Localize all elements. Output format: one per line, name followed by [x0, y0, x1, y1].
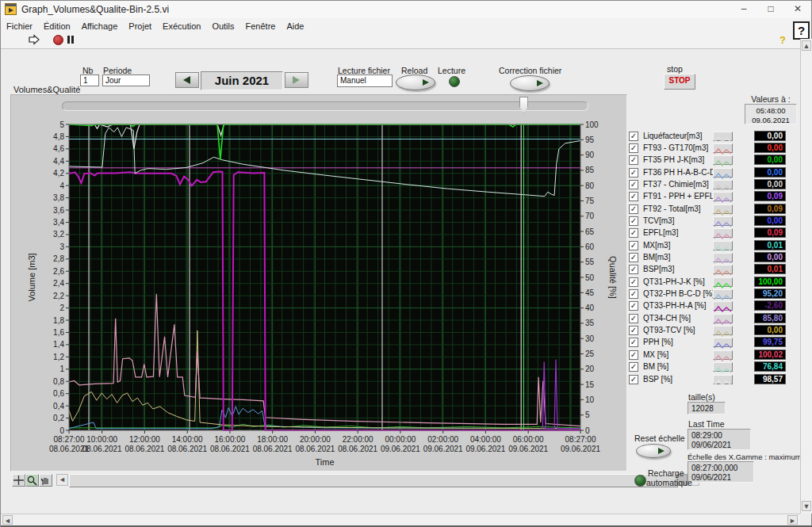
series-style-button[interactable]: [713, 301, 733, 311]
vertical-scrollbar[interactable]: ▲ ▼: [800, 39, 812, 514]
close-button[interactable]: ✕: [786, 2, 810, 17]
series-checkbox[interactable]: ✓: [629, 301, 638, 311]
series-style-button[interactable]: [713, 180, 733, 189]
series-checkbox[interactable]: ✓: [629, 143, 638, 153]
maximize-button[interactable]: □: [759, 2, 783, 17]
graph-scrollbar-thumb[interactable]: [69, 474, 678, 487]
zoom-tool-icon[interactable]: [25, 474, 39, 487]
scroll-right-button[interactable]: ►: [787, 515, 798, 525]
series-checkbox[interactable]: ✓: [629, 338, 638, 347]
series-style-button[interactable]: [713, 204, 733, 214]
series-style-button[interactable]: [713, 216, 733, 226]
x-tick-time: 18:00:00: [257, 435, 288, 444]
svg-text:4,4: 4,4: [53, 157, 64, 166]
nb-field[interactable]: 1: [80, 74, 99, 86]
x-tick-time: 06:00:00: [513, 435, 544, 444]
series-checkbox[interactable]: ✓: [629, 265, 638, 274]
series-style-button[interactable]: [713, 326, 733, 335]
series-value: 99,75: [754, 337, 786, 347]
series-checkbox[interactable]: ✓: [629, 216, 638, 226]
series-checkbox[interactable]: ✓: [629, 155, 638, 165]
recharge-led: [634, 475, 646, 487]
series-style-button[interactable]: [713, 362, 733, 372]
series-value: 100,00: [754, 277, 786, 287]
lecture-fichier-field[interactable]: Manuel: [337, 74, 393, 87]
series-checkbox[interactable]: ✓: [629, 204, 638, 214]
abort-button-icon[interactable]: [53, 35, 63, 45]
series-checkbox[interactable]: ✓: [629, 326, 638, 335]
series-style-button[interactable]: [713, 338, 733, 347]
series-checkbox[interactable]: ✓: [629, 180, 638, 189]
pan-tool-icon[interactable]: [39, 474, 52, 487]
series-style-button[interactable]: [713, 155, 733, 165]
series-style-button[interactable]: [713, 168, 733, 178]
series-value: 0,00: [754, 143, 786, 153]
series-style-button[interactable]: [713, 192, 733, 201]
series-style-button[interactable]: [713, 265, 733, 274]
taille-field[interactable]: 12028: [688, 402, 726, 414]
menu-édition[interactable]: Édition: [38, 21, 76, 32]
series-checkbox[interactable]: ✓: [629, 277, 638, 287]
scroll-left-button[interactable]: ◄: [2, 515, 13, 525]
menu-exécution[interactable]: Exécution: [157, 21, 206, 32]
series-checkbox[interactable]: ✓: [629, 168, 638, 178]
window-title: Graph_Volumes&Qualite-Bin-2.5.vi: [21, 4, 169, 15]
series-style-button[interactable]: [713, 228, 733, 238]
series-style-button[interactable]: [713, 241, 733, 250]
tip-strip-icon[interactable]: ?: [779, 34, 786, 46]
graph-scroll-left-button[interactable]: ◄: [56, 474, 68, 486]
menu-outils[interactable]: Outils: [206, 21, 239, 32]
svg-text:0,6: 0,6: [53, 389, 64, 398]
horizontal-scrollbar[interactable]: ◄ ►: [1, 514, 800, 525]
scroll-down-button[interactable]: ▼: [802, 501, 811, 511]
svg-text:0: 0: [59, 426, 64, 435]
menu-aide[interactable]: Aide: [281, 21, 309, 32]
series-style-button[interactable]: [713, 253, 733, 262]
minimize-button[interactable]: –: [732, 2, 756, 17]
menu-fichier[interactable]: Fichier: [1, 21, 38, 32]
series-checkbox[interactable]: ✓: [629, 375, 638, 384]
crosshair-tool-icon[interactable]: [12, 474, 25, 487]
series-style-button[interactable]: [713, 314, 733, 323]
month-prev-button[interactable]: [175, 72, 199, 88]
month-next-button[interactable]: [285, 72, 308, 88]
series-label: BSP[m3]: [643, 265, 674, 273]
menu-affichage[interactable]: Affichage: [76, 21, 124, 32]
series-style-button[interactable]: [713, 132, 733, 141]
reload-button[interactable]: [396, 74, 435, 90]
last-time-field: 08:29:00 09/06/2021: [688, 429, 751, 450]
graph-title: Volumes&Qualité: [13, 85, 80, 94]
pause-button-icon[interactable]: [67, 36, 70, 44]
reset-echelle-button[interactable]: [636, 444, 671, 458]
scroll-up-button[interactable]: ▲: [802, 40, 811, 51]
series-style-button[interactable]: [713, 289, 733, 299]
graph[interactable]: 00,20,40,60,811,21,41,61,822,22,42,62,83…: [11, 95, 626, 471]
periode-field[interactable]: Jour: [102, 74, 150, 86]
series-checkbox[interactable]: ✓: [629, 228, 638, 238]
series-checkbox[interactable]: ✓: [629, 132, 638, 141]
series-style-button[interactable]: [713, 143, 733, 153]
menu-fenêtre[interactable]: Fenêtre: [240, 21, 282, 32]
svg-text:5: 5: [59, 120, 64, 129]
svg-text:1,2: 1,2: [53, 353, 64, 361]
series-label: BM [%]: [643, 362, 668, 371]
series-checkbox[interactable]: ✓: [629, 362, 638, 372]
svg-text:3,6: 3,6: [53, 206, 64, 215]
series-style-button[interactable]: [713, 350, 733, 360]
series-checkbox[interactable]: ✓: [629, 253, 638, 262]
series-style-button[interactable]: [713, 375, 733, 384]
series-label: QT93-TCV [%]: [643, 326, 695, 334]
series-checkbox[interactable]: ✓: [629, 314, 638, 323]
series-checkbox[interactable]: ✓: [629, 192, 638, 201]
context-help-button[interactable]: ?: [793, 21, 810, 40]
menu-projet[interactable]: Projet: [123, 21, 157, 32]
series-checkbox[interactable]: ✓: [629, 289, 638, 299]
series-label: EPFL[m3]: [643, 228, 678, 237]
series-checkbox[interactable]: ✓: [629, 350, 638, 360]
series-style-button[interactable]: [713, 277, 733, 287]
run-button-icon[interactable]: [28, 34, 40, 45]
stop-button[interactable]: STOP: [664, 74, 695, 90]
series-checkbox[interactable]: ✓: [629, 241, 638, 250]
x-tick-time: 10:00:00: [86, 435, 117, 444]
correction-fichier-button[interactable]: [510, 75, 550, 91]
